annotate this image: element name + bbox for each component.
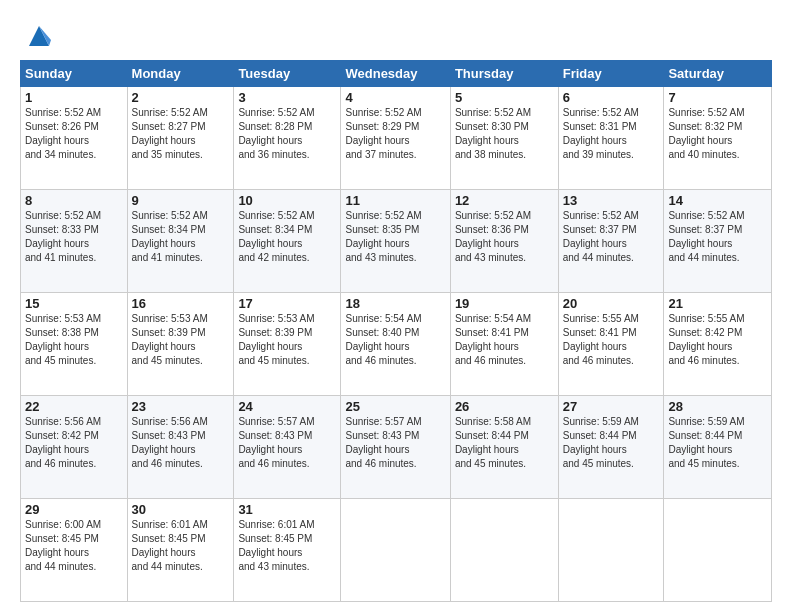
calendar-week-row: 29 Sunrise: 6:00 AMSunset: 8:45 PMDaylig… [21,499,772,602]
day-info: Sunrise: 5:52 AMSunset: 8:34 PMDaylight … [238,210,314,263]
calendar-week-row: 1 Sunrise: 5:52 AMSunset: 8:26 PMDayligh… [21,87,772,190]
day-number: 22 [25,399,123,414]
day-of-week-header: Sunday [21,61,128,87]
day-info: Sunrise: 6:01 AMSunset: 8:45 PMDaylight … [132,519,208,572]
calendar-cell: 5 Sunrise: 5:52 AMSunset: 8:30 PMDayligh… [450,87,558,190]
day-number: 23 [132,399,230,414]
day-number: 15 [25,296,123,311]
page: SundayMondayTuesdayWednesdayThursdayFrid… [0,0,792,612]
day-number: 31 [238,502,336,517]
calendar-cell: 11 Sunrise: 5:52 AMSunset: 8:35 PMDaylig… [341,190,450,293]
calendar-cell [558,499,664,602]
calendar-cell: 21 Sunrise: 5:55 AMSunset: 8:42 PMDaylig… [664,293,772,396]
calendar-week-row: 15 Sunrise: 5:53 AMSunset: 8:38 PMDaylig… [21,293,772,396]
calendar-cell [341,499,450,602]
day-info: Sunrise: 5:52 AMSunset: 8:37 PMDaylight … [668,210,744,263]
day-info: Sunrise: 5:52 AMSunset: 8:26 PMDaylight … [25,107,101,160]
day-info: Sunrise: 5:52 AMSunset: 8:27 PMDaylight … [132,107,208,160]
day-info: Sunrise: 5:52 AMSunset: 8:31 PMDaylight … [563,107,639,160]
day-number: 24 [238,399,336,414]
day-info: Sunrise: 5:59 AMSunset: 8:44 PMDaylight … [563,416,639,469]
day-number: 1 [25,90,123,105]
calendar-cell [450,499,558,602]
day-of-week-header: Friday [558,61,664,87]
day-info: Sunrise: 5:52 AMSunset: 8:30 PMDaylight … [455,107,531,160]
day-info: Sunrise: 5:53 AMSunset: 8:39 PMDaylight … [132,313,208,366]
day-info: Sunrise: 5:52 AMSunset: 8:29 PMDaylight … [345,107,421,160]
calendar-cell: 7 Sunrise: 5:52 AMSunset: 8:32 PMDayligh… [664,87,772,190]
calendar-cell: 14 Sunrise: 5:52 AMSunset: 8:37 PMDaylig… [664,190,772,293]
calendar-cell: 9 Sunrise: 5:52 AMSunset: 8:34 PMDayligh… [127,190,234,293]
logo-text [20,20,55,50]
day-info: Sunrise: 6:00 AMSunset: 8:45 PMDaylight … [25,519,101,572]
day-number: 17 [238,296,336,311]
day-info: Sunrise: 5:58 AMSunset: 8:44 PMDaylight … [455,416,531,469]
day-of-week-header: Saturday [664,61,772,87]
day-number: 26 [455,399,554,414]
day-number: 2 [132,90,230,105]
day-number: 11 [345,193,445,208]
day-number: 16 [132,296,230,311]
day-info: Sunrise: 5:52 AMSunset: 8:33 PMDaylight … [25,210,101,263]
day-number: 28 [668,399,767,414]
day-of-week-header: Thursday [450,61,558,87]
day-number: 4 [345,90,445,105]
day-info: Sunrise: 6:01 AMSunset: 8:45 PMDaylight … [238,519,314,572]
calendar-cell: 17 Sunrise: 5:53 AMSunset: 8:39 PMDaylig… [234,293,341,396]
calendar-cell: 2 Sunrise: 5:52 AMSunset: 8:27 PMDayligh… [127,87,234,190]
calendar-cell: 13 Sunrise: 5:52 AMSunset: 8:37 PMDaylig… [558,190,664,293]
calendar-cell: 19 Sunrise: 5:54 AMSunset: 8:41 PMDaylig… [450,293,558,396]
calendar-cell: 28 Sunrise: 5:59 AMSunset: 8:44 PMDaylig… [664,396,772,499]
calendar-cell: 18 Sunrise: 5:54 AMSunset: 8:40 PMDaylig… [341,293,450,396]
day-info: Sunrise: 5:59 AMSunset: 8:44 PMDaylight … [668,416,744,469]
day-number: 21 [668,296,767,311]
day-number: 3 [238,90,336,105]
day-info: Sunrise: 5:54 AMSunset: 8:40 PMDaylight … [345,313,421,366]
day-info: Sunrise: 5:52 AMSunset: 8:34 PMDaylight … [132,210,208,263]
day-info: Sunrise: 5:54 AMSunset: 8:41 PMDaylight … [455,313,531,366]
day-number: 20 [563,296,660,311]
calendar-cell: 12 Sunrise: 5:52 AMSunset: 8:36 PMDaylig… [450,190,558,293]
day-info: Sunrise: 5:52 AMSunset: 8:36 PMDaylight … [455,210,531,263]
logo [20,20,55,50]
day-number: 19 [455,296,554,311]
day-number: 7 [668,90,767,105]
calendar-cell: 26 Sunrise: 5:58 AMSunset: 8:44 PMDaylig… [450,396,558,499]
calendar-cell: 16 Sunrise: 5:53 AMSunset: 8:39 PMDaylig… [127,293,234,396]
day-of-week-header: Monday [127,61,234,87]
calendar-cell: 1 Sunrise: 5:52 AMSunset: 8:26 PMDayligh… [21,87,128,190]
day-info: Sunrise: 5:55 AMSunset: 8:42 PMDaylight … [668,313,744,366]
calendar-cell: 25 Sunrise: 5:57 AMSunset: 8:43 PMDaylig… [341,396,450,499]
day-number: 9 [132,193,230,208]
day-number: 8 [25,193,123,208]
calendar-cell: 27 Sunrise: 5:59 AMSunset: 8:44 PMDaylig… [558,396,664,499]
logo-icon [23,22,55,50]
calendar-cell: 3 Sunrise: 5:52 AMSunset: 8:28 PMDayligh… [234,87,341,190]
day-number: 10 [238,193,336,208]
calendar-cell: 31 Sunrise: 6:01 AMSunset: 8:45 PMDaylig… [234,499,341,602]
calendar-header-row: SundayMondayTuesdayWednesdayThursdayFrid… [21,61,772,87]
calendar-cell: 30 Sunrise: 6:01 AMSunset: 8:45 PMDaylig… [127,499,234,602]
day-number: 5 [455,90,554,105]
day-info: Sunrise: 5:52 AMSunset: 8:35 PMDaylight … [345,210,421,263]
calendar-cell: 8 Sunrise: 5:52 AMSunset: 8:33 PMDayligh… [21,190,128,293]
calendar-cell: 10 Sunrise: 5:52 AMSunset: 8:34 PMDaylig… [234,190,341,293]
day-info: Sunrise: 5:52 AMSunset: 8:28 PMDaylight … [238,107,314,160]
calendar-cell: 24 Sunrise: 5:57 AMSunset: 8:43 PMDaylig… [234,396,341,499]
calendar-table: SundayMondayTuesdayWednesdayThursdayFrid… [20,60,772,602]
calendar-cell: 22 Sunrise: 5:56 AMSunset: 8:42 PMDaylig… [21,396,128,499]
calendar-cell: 15 Sunrise: 5:53 AMSunset: 8:38 PMDaylig… [21,293,128,396]
calendar-week-row: 22 Sunrise: 5:56 AMSunset: 8:42 PMDaylig… [21,396,772,499]
calendar-week-row: 8 Sunrise: 5:52 AMSunset: 8:33 PMDayligh… [21,190,772,293]
day-number: 12 [455,193,554,208]
day-info: Sunrise: 5:56 AMSunset: 8:42 PMDaylight … [25,416,101,469]
calendar-cell: 23 Sunrise: 5:56 AMSunset: 8:43 PMDaylig… [127,396,234,499]
day-info: Sunrise: 5:55 AMSunset: 8:41 PMDaylight … [563,313,639,366]
calendar-cell [664,499,772,602]
day-number: 14 [668,193,767,208]
day-info: Sunrise: 5:57 AMSunset: 8:43 PMDaylight … [238,416,314,469]
calendar-cell: 6 Sunrise: 5:52 AMSunset: 8:31 PMDayligh… [558,87,664,190]
day-number: 18 [345,296,445,311]
day-of-week-header: Wednesday [341,61,450,87]
calendar-cell: 29 Sunrise: 6:00 AMSunset: 8:45 PMDaylig… [21,499,128,602]
